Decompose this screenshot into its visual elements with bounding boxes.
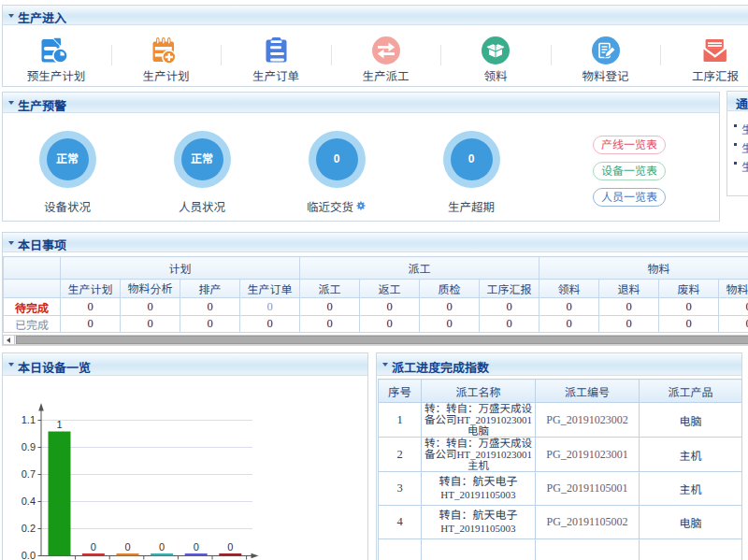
- svg-text:0: 0: [227, 541, 233, 553]
- svg-text:0.9: 0.9: [22, 441, 36, 452]
- svg-text:0.0: 0.0: [22, 550, 36, 560]
- svg-text:1.1: 1.1: [22, 414, 36, 425]
- svg-text:0: 0: [159, 541, 165, 553]
- svg-text:0: 0: [124, 541, 130, 553]
- svg-text:0: 0: [91, 541, 96, 553]
- svg-text:0: 0: [194, 541, 199, 553]
- svg-text:1: 1: [56, 419, 62, 430]
- svg-text:0.7: 0.7: [22, 468, 36, 480]
- svg-text:0.4: 0.4: [22, 495, 36, 507]
- svg-text:0.2: 0.2: [22, 523, 36, 534]
